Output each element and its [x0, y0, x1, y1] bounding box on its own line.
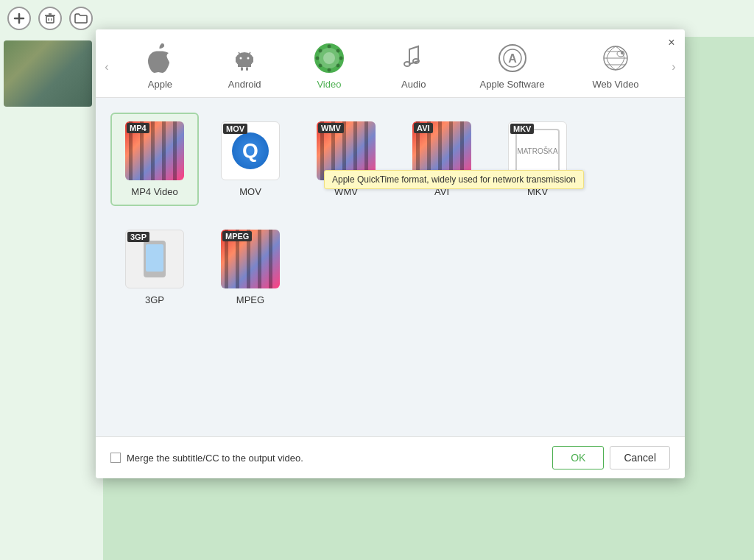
- svg-rect-12: [246, 67, 248, 71]
- delete-button[interactable]: [38, 7, 62, 30]
- phone-shape: [144, 241, 166, 277]
- tab-web-video[interactable]: Web Video: [581, 37, 649, 97]
- quicktime-logo: Q: [232, 132, 269, 169]
- apple-software-icon: A: [495, 40, 530, 76]
- svg-point-13: [240, 57, 242, 60]
- tab-audio-label: Audio: [401, 79, 426, 90]
- tab-android-label: Android: [228, 79, 261, 90]
- cancel-button[interactable]: Cancel: [610, 446, 670, 469]
- matroska-inner: MATROŠKA: [515, 129, 560, 173]
- category-tabs: ‹ Apple: [96, 29, 685, 98]
- close-button[interactable]: ×: [664, 35, 679, 50]
- svg-rect-11: [241, 67, 243, 71]
- open-button[interactable]: [69, 7, 93, 30]
- format-grid-row2: 3GP 3GP MPEG MPEG: [110, 221, 670, 314]
- format-mp4[interactable]: MP4 MP4 Video: [110, 113, 199, 206]
- tab-apple-label: Apple: [148, 79, 172, 90]
- 3gp-badge: 3GP: [127, 232, 149, 242]
- mov-label: MOV: [239, 186, 261, 197]
- subtitle-option: Merge the subtitle/CC to the output vide…: [110, 453, 552, 464]
- format-tooltip: Apple QuickTime format, widely used for …: [324, 170, 584, 189]
- android-icon: [227, 40, 262, 76]
- mpeg-label: MPEG: [236, 294, 264, 305]
- svg-point-24: [327, 68, 331, 72]
- video-icon: [311, 40, 347, 76]
- svg-text:A: A: [508, 52, 517, 65]
- mp4-label: MP4 Video: [131, 186, 177, 197]
- tab-apple-software-label: Apple Software: [480, 79, 545, 90]
- svg-point-22: [339, 57, 342, 60]
- 3gp-icon-wrap: 3GP: [125, 230, 184, 288]
- format-mkv[interactable]: MKV MATROŠKA MKV: [493, 113, 582, 206]
- format-wmv[interactable]: WMV WMV: [302, 113, 390, 206]
- mkv-badge: MKV: [510, 124, 534, 134]
- thumbnail-strip: [0, 37, 103, 560]
- prev-arrow[interactable]: ‹: [96, 38, 118, 96]
- audio-icon: [396, 40, 431, 76]
- mpeg-icon: MPEG: [221, 230, 280, 288]
- format-avi[interactable]: AVI AVI: [398, 113, 486, 206]
- tab-android[interactable]: Android: [215, 37, 274, 97]
- svg-point-35: [621, 52, 624, 54]
- tab-audio[interactable]: Audio: [384, 37, 443, 97]
- svg-point-19: [323, 52, 335, 64]
- mov-badge: MOV: [223, 124, 247, 134]
- format-grid: MP4 MP4 Video MOV Q MOV: [110, 113, 670, 206]
- subtitle-label: Merge the subtitle/CC to the output vide…: [127, 453, 303, 464]
- subtitle-checkbox[interactable]: [110, 453, 121, 463]
- add-button[interactable]: [7, 7, 31, 30]
- avi-badge: AVI: [414, 123, 433, 133]
- svg-rect-8: [238, 58, 251, 67]
- web-video-icon: [598, 40, 633, 76]
- tab-video[interactable]: Video: [300, 37, 359, 97]
- svg-point-14: [247, 57, 250, 60]
- svg-point-20: [327, 45, 331, 49]
- wmv-badge: WMV: [318, 123, 344, 133]
- mp4-icon-wrap: MP4: [125, 121, 184, 180]
- matroska-logo: MATROŠKA: [517, 147, 557, 155]
- mpeg-badge: MPEG: [222, 231, 252, 241]
- tab-apple-software[interactable]: A Apple Software: [469, 37, 556, 97]
- tab-video-label: Video: [317, 79, 341, 90]
- 3gp-label: 3GP: [145, 294, 164, 305]
- mp4-badge: MP4: [127, 123, 149, 133]
- modal-dialog: × ‹ Apple: [96, 29, 685, 478]
- mov-icon: MOV Q: [221, 121, 280, 180]
- modal-content: Apple QuickTime format, widely used for …: [96, 98, 685, 436]
- svg-rect-9: [236, 57, 238, 63]
- 3gp-icon: 3GP: [125, 230, 184, 288]
- svg-point-27: [318, 49, 322, 53]
- tab-web-video-label: Web Video: [592, 79, 638, 90]
- svg-rect-10: [251, 57, 253, 63]
- format-mov[interactable]: MOV Q MOV: [206, 113, 295, 206]
- format-3gp[interactable]: 3GP 3GP: [110, 221, 199, 314]
- modal-footer: Merge the subtitle/CC to the output vide…: [96, 436, 685, 478]
- tab-apple[interactable]: Apple: [130, 37, 189, 97]
- format-mpeg[interactable]: MPEG MPEG: [206, 221, 295, 314]
- mpeg-icon-wrap: MPEG: [221, 230, 280, 288]
- svg-rect-2: [46, 16, 54, 23]
- svg-point-25: [318, 64, 322, 68]
- thumbnail-item[interactable]: [4, 40, 92, 107]
- mov-icon-wrap: MOV Q: [221, 121, 280, 180]
- apple-icon: [142, 40, 177, 76]
- svg-point-21: [336, 49, 339, 53]
- svg-point-23: [336, 64, 339, 68]
- tabs-container: Apple: [118, 37, 663, 97]
- svg-point-26: [315, 57, 319, 60]
- ok-button[interactable]: OK: [552, 446, 604, 469]
- mp4-icon: MP4: [125, 121, 184, 180]
